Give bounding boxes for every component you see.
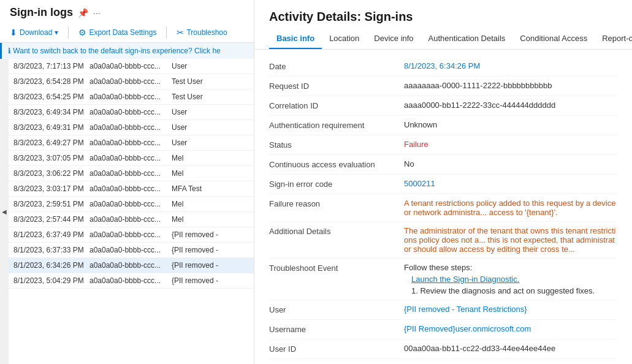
log-user: User — [172, 62, 215, 70]
table-row[interactable]: 8/3/2023, 6:49:27 PM a0a0a0a0-bbbb-ccc..… — [9, 135, 254, 151]
detail-row: Troubleshoot EventFollow these steps:Lau… — [269, 259, 617, 300]
log-user: Test User — [172, 93, 215, 101]
log-id: a0a0a0a0-bbbb-ccc... — [89, 200, 169, 208]
table-row[interactable]: 8/3/2023, 7:17:13 PM a0a0a0a0-bbbb-ccc..… — [9, 59, 254, 74]
table-row[interactable]: 8/1/2023, 6:34:26 PM a0a0a0a0-bbbb-ccc..… — [9, 258, 254, 273]
toolbar: ⬇ Download ▾ ⚙ Export Data Settings ✂ Tr… — [0, 23, 254, 43]
log-date: 8/1/2023, 6:34:26 PM — [13, 261, 87, 270]
log-list-container: ◀ 8/3/2023, 7:17:13 PM a0a0a0a0-bbbb-ccc… — [0, 59, 254, 364]
log-date: 8/3/2023, 6:49:34 PM — [13, 108, 87, 116]
detail-row: User{PII removed - Tenant Restrictions} — [269, 300, 617, 320]
log-user: {PII removed - — [172, 246, 218, 254]
table-row[interactable]: 8/3/2023, 2:57:44 PM a0a0a0a0-bbbb-ccc..… — [9, 212, 254, 227]
troubleshoot-icon: ✂ — [177, 28, 184, 37]
log-id: a0a0a0a0-bbbb-ccc... — [89, 93, 169, 101]
table-row[interactable]: 8/3/2023, 6:49:34 PM a0a0a0a0-bbbb-ccc..… — [9, 105, 254, 120]
tab-location[interactable]: Location — [322, 29, 367, 49]
export-icon: ⚙ — [78, 28, 86, 37]
detail-row: Authentication requirementUnknown — [269, 116, 617, 135]
table-row[interactable]: 8/3/2023, 6:49:31 PM a0a0a0a0-bbbb-ccc..… — [9, 120, 254, 135]
tab-report-only[interactable]: Report-only — [595, 29, 632, 49]
detail-row: User ID00aa00aa-bb11-cc22-dd33-44ee44ee4… — [269, 339, 617, 359]
detail-label: Additional Details — [269, 226, 404, 236]
detail-label: User — [269, 305, 404, 314]
detail-label: Status — [269, 140, 404, 150]
detail-row: Sign-in error code5000211 — [269, 175, 617, 194]
detail-label: Continuous access evaluation — [269, 159, 404, 169]
tab-authentication-details[interactable]: Authentication Details — [421, 29, 513, 49]
detail-row: Failure reasonA tenant restrictions poli… — [269, 194, 617, 222]
log-user: {PII removed - — [172, 276, 218, 285]
detail-label: Date — [269, 61, 404, 71]
detail-value[interactable]: {PII Removed}user.onmicrosoft.com — [404, 324, 617, 333]
log-id: a0a0a0a0-bbbb-ccc... — [89, 169, 169, 178]
log-user: Mel — [172, 200, 215, 208]
download-icon: ⬇ — [10, 28, 17, 37]
table-row[interactable]: 8/1/2023, 6:37:33 PM a0a0a0a0-bbbb-ccc..… — [9, 243, 254, 258]
detail-value: No — [404, 159, 617, 169]
tab-device-info[interactable]: Device info — [367, 29, 421, 49]
more-icon[interactable]: ··· — [93, 8, 101, 18]
detail-row: Date8/1/2023, 6:34:26 PM — [269, 57, 617, 77]
log-id: a0a0a0a0-bbbb-ccc... — [89, 276, 169, 285]
log-date: 8/3/2023, 2:57:44 PM — [13, 215, 87, 224]
detail-row: Request IDaaaaaaaa-0000-1111-2222-bbbbbb… — [269, 77, 617, 96]
table-row[interactable]: 8/3/2023, 3:07:05 PM a0a0a0a0-bbbb-ccc..… — [9, 151, 254, 166]
log-date: 8/3/2023, 3:07:05 PM — [13, 154, 87, 162]
log-user: Mel — [172, 169, 215, 178]
table-row[interactable]: 8/3/2023, 3:06:22 PM a0a0a0a0-bbbb-ccc..… — [9, 166, 254, 181]
left-panel: Sign-in logs 📌 ··· ⬇ Download ▾ ⚙ Export… — [0, 0, 254, 364]
pin-icon[interactable]: 📌 — [78, 8, 88, 18]
info-banner[interactable]: ℹ Want to switch back to the default sig… — [0, 43, 254, 59]
log-id: a0a0a0a0-bbbb-ccc... — [89, 108, 169, 116]
log-user: Test User — [172, 77, 215, 86]
log-date: 8/1/2023, 6:37:49 PM — [13, 230, 87, 239]
log-date: 8/3/2023, 2:59:51 PM — [13, 200, 87, 208]
table-row[interactable]: 8/1/2023, 5:04:29 PM a0a0a0a0-bbbb-ccc..… — [9, 273, 254, 289]
log-user: Mel — [172, 154, 215, 162]
detail-value: Follow these steps:Launch the Sign-in Di… — [404, 263, 617, 295]
tab-basic-info[interactable]: Basic info — [269, 29, 322, 49]
detail-label: User ID — [269, 344, 404, 354]
table-row[interactable]: 8/3/2023, 6:54:25 PM a0a0a0a0-bbbb-ccc..… — [9, 89, 254, 105]
troubleshoot-step1: 1. Review the diagnosis and act on sugge… — [411, 286, 617, 295]
log-date: 8/1/2023, 5:04:29 PM — [13, 276, 87, 285]
log-date: 8/3/2023, 6:54:28 PM — [13, 77, 87, 86]
log-id: a0a0a0a0-bbbb-ccc... — [89, 261, 169, 270]
troubleshoot-button[interactable]: ✂ Troubleshoo — [172, 25, 232, 40]
launch-diagnostic-link[interactable]: Launch the Sign-in Diagnostic. — [411, 275, 617, 284]
table-row[interactable]: 8/3/2023, 6:54:28 PM a0a0a0a0-bbbb-ccc..… — [9, 74, 254, 89]
detail-label: Troubleshoot Event — [269, 263, 404, 273]
dropdown-arrow-icon: ▾ — [55, 28, 58, 37]
tabs: Basic infoLocationDevice infoAuthenticat… — [254, 29, 632, 50]
right-panel: Activity Details: Sign-ins Basic infoLoc… — [254, 0, 632, 364]
table-row[interactable]: 8/1/2023, 6:37:49 PM a0a0a0a0-bbbb-ccc..… — [9, 227, 254, 243]
detail-label: Failure reason — [269, 199, 404, 208]
log-id: a0a0a0a0-bbbb-ccc... — [89, 215, 169, 224]
chevron-left-icon: ◀ — [2, 208, 7, 215]
detail-value: A tenant restrictions policy added to th… — [404, 199, 617, 217]
separator — [68, 26, 69, 39]
page-title: Sign-in logs — [10, 6, 73, 19]
export-data-button[interactable]: ⚙ Export Data Settings — [74, 25, 161, 40]
detail-value: 00aa00aa-bb11-cc22-dd33-44ee44ee44ee — [404, 344, 617, 353]
log-id: a0a0a0a0-bbbb-ccc... — [89, 62, 169, 70]
detail-label: Sign-in error code — [269, 179, 404, 189]
detail-value[interactable]: {PII removed - Tenant Restrictions} — [404, 305, 617, 314]
table-row[interactable]: 8/3/2023, 3:03:17 PM a0a0a0a0-bbbb-ccc..… — [9, 181, 254, 197]
collapse-button[interactable]: ◀ — [0, 59, 9, 364]
log-user: {PII removed - — [172, 230, 218, 239]
detail-label: Authentication requirement — [269, 120, 404, 130]
detail-value: Failure — [404, 140, 617, 149]
log-user: Mel — [172, 215, 215, 224]
download-button[interactable]: ⬇ Download ▾ — [5, 25, 63, 40]
table-row[interactable]: 8/3/2023, 2:59:51 PM a0a0a0a0-bbbb-ccc..… — [9, 197, 254, 212]
log-user: MFA Test — [172, 184, 215, 193]
log-id: a0a0a0a0-bbbb-ccc... — [89, 154, 169, 162]
log-date: 8/3/2023, 3:06:22 PM — [13, 169, 87, 178]
log-user: User — [172, 123, 215, 132]
tab-conditional-access[interactable]: Conditional Access — [512, 29, 595, 49]
log-date: 8/3/2023, 3:03:17 PM — [13, 184, 87, 193]
detail-row: Continuous access evaluationNo — [269, 155, 617, 175]
detail-row: Username{PII Removed}user.onmicrosoft.co… — [269, 320, 617, 339]
